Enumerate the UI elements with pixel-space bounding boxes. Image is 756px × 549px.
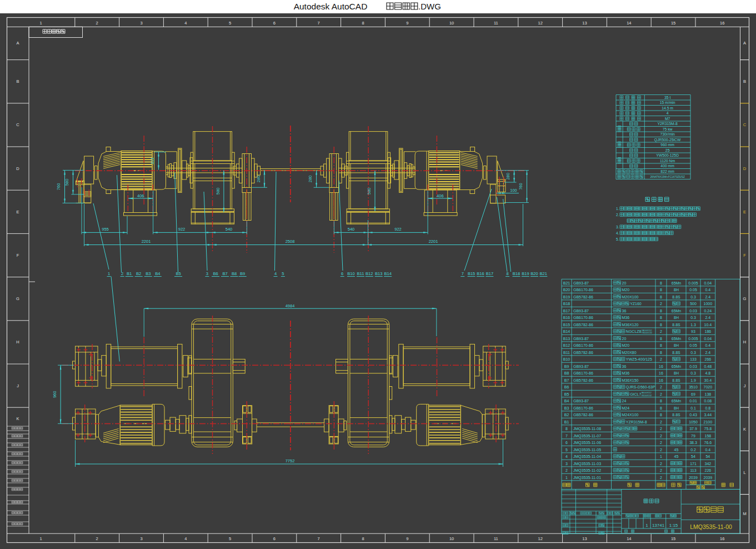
svg-text:B2: B2 (136, 271, 141, 276)
svg-text:400 mm: 400 mm (660, 164, 674, 168)
svg-text:GB6170-86: GB6170-86 (573, 343, 593, 347)
svg-text:1:15: 1:15 (669, 523, 678, 528)
svg-text:922: 922 (394, 227, 402, 232)
svg-text:8: 8 (660, 351, 662, 355)
svg-text:4: 4 (184, 536, 187, 541)
svg-text:YWZ5-400/125: YWZ5-400/125 (626, 357, 652, 361)
svg-text:B: B (16, 79, 19, 84)
svg-text:69: 69 (691, 392, 695, 396)
svg-text:2: 2 (660, 420, 662, 424)
svg-text:2.4: 2.4 (705, 351, 710, 355)
svg-text:B4: B4 (564, 399, 569, 403)
svg-text:0.43: 0.43 (689, 413, 697, 417)
svg-text:54: 54 (691, 455, 695, 458)
svg-text:16: 16 (720, 21, 724, 26)
svg-text:K: K (743, 427, 746, 432)
svg-text:960: 960 (52, 391, 57, 398)
svg-text:6: 6 (273, 536, 276, 541)
svg-text:65Mn: 65Mn (672, 281, 682, 285)
svg-text:8: 8 (660, 399, 662, 403)
svg-text:B1: B1 (127, 271, 132, 276)
svg-text:15: 15 (671, 536, 675, 541)
svg-text:280: 280 (256, 176, 261, 183)
svg-text:1: 1 (565, 476, 568, 480)
svg-text:65Mn: 65Mn (672, 337, 682, 341)
svg-text:760: 760 (56, 183, 61, 191)
svg-text:11: 11 (494, 21, 498, 26)
svg-text:B3: B3 (564, 406, 569, 410)
svg-text:760: 760 (518, 183, 523, 190)
svg-text:79: 79 (691, 434, 695, 438)
svg-text:7: 7 (565, 434, 568, 438)
svg-text:26NAT6X19W+FC1670ZS/SZ: 26NAT6X19W+FC1670ZS/SZ (650, 176, 684, 178)
svg-text:0.24: 0.24 (704, 309, 712, 313)
svg-text:76.6: 76.6 (704, 441, 712, 445)
svg-text:B13: B13 (563, 337, 570, 341)
svg-text:0.4: 0.4 (705, 448, 710, 452)
svg-text:M20X100: M20X100 (622, 295, 639, 299)
svg-text:GB93-87: GB93-87 (573, 365, 589, 368)
svg-text:2201: 2201 (429, 239, 438, 244)
svg-text:B7: B7 (564, 378, 569, 382)
svg-text:0.05: 0.05 (689, 288, 697, 292)
svg-text:113: 113 (690, 468, 696, 472)
svg-text:H: H (16, 340, 19, 345)
svg-text:8: 8 (660, 343, 662, 347)
svg-text:36: 36 (622, 365, 627, 368)
svg-text:1: 1 (660, 455, 662, 458)
svg-text:YZR315M-8: YZR315M-8 (626, 420, 647, 424)
svg-text:133: 133 (690, 357, 697, 361)
svg-text:F: F (743, 253, 746, 258)
svg-text:YA100X112: YA100X112 (642, 330, 652, 332)
svg-text:M: M (743, 511, 746, 516)
svg-text:0.3: 0.3 (690, 295, 696, 299)
svg-text:8: 8 (507, 271, 509, 276)
svg-text:M24: M24 (622, 406, 630, 410)
svg-text:6: 6 (565, 441, 568, 445)
svg-text:JMQ3535-11-07: JMQ3535-11-07 (573, 434, 601, 438)
svg-text:7: 7 (318, 21, 320, 26)
svg-text:L: L (743, 470, 745, 475)
svg-text:B17: B17 (563, 309, 570, 313)
svg-text:D: D (743, 166, 747, 171)
svg-text:100: 100 (510, 188, 517, 193)
svg-text:342: 342 (705, 462, 712, 466)
svg-text:B: B (743, 79, 746, 84)
svg-text:16: 16 (659, 365, 663, 368)
svg-text:GB5782-86: GB5782-86 (573, 323, 593, 327)
svg-text:9: 9 (406, 536, 408, 541)
svg-text:0.03: 0.03 (689, 365, 697, 368)
svg-text:5: 5 (282, 271, 284, 276)
svg-text:4: 4 (565, 455, 568, 458)
svg-text:2: 2 (660, 330, 662, 333)
svg-text:GB6170-86: GB6170-86 (573, 288, 593, 292)
svg-text:10: 10 (449, 536, 454, 541)
svg-text:4: 4 (274, 271, 277, 276)
svg-text:JMQ3535-11-04: JMQ3535-11-04 (573, 455, 601, 459)
svg-text:C: C (743, 122, 747, 127)
svg-text:13: 13 (582, 536, 587, 541)
svg-text:8H: 8H (674, 343, 679, 347)
svg-text:730r/min: 730r/min (660, 132, 675, 136)
svg-text:B20: B20 (530, 271, 538, 276)
svg-text:B18: B18 (563, 302, 570, 306)
svg-text:B5: B5 (176, 271, 181, 276)
svg-text:13741: 13741 (652, 523, 665, 528)
svg-text:GB93-87: GB93-87 (573, 309, 589, 313)
svg-text:B12: B12 (366, 271, 373, 276)
svg-text:2: 2 (565, 468, 568, 472)
svg-text:2.4: 2.4 (705, 316, 710, 320)
svg-text:B6: B6 (213, 271, 218, 276)
svg-text:960 mm: 960 mm (660, 143, 674, 147)
svg-text:8: 8 (362, 536, 364, 541)
svg-text:0.04: 0.04 (704, 337, 712, 341)
svg-text:2100: 2100 (704, 420, 713, 424)
svg-text:B19: B19 (522, 271, 529, 276)
svg-text:M24X100: M24X100 (622, 413, 639, 417)
svg-text:822 mm: 822 mm (660, 169, 674, 173)
svg-text:8: 8 (660, 337, 662, 341)
svg-text:3: 3 (206, 271, 208, 276)
svg-text:B12: B12 (563, 343, 570, 347)
svg-text:YB100X132: YB100X132 (642, 332, 652, 334)
svg-text:8H: 8H (674, 316, 679, 320)
